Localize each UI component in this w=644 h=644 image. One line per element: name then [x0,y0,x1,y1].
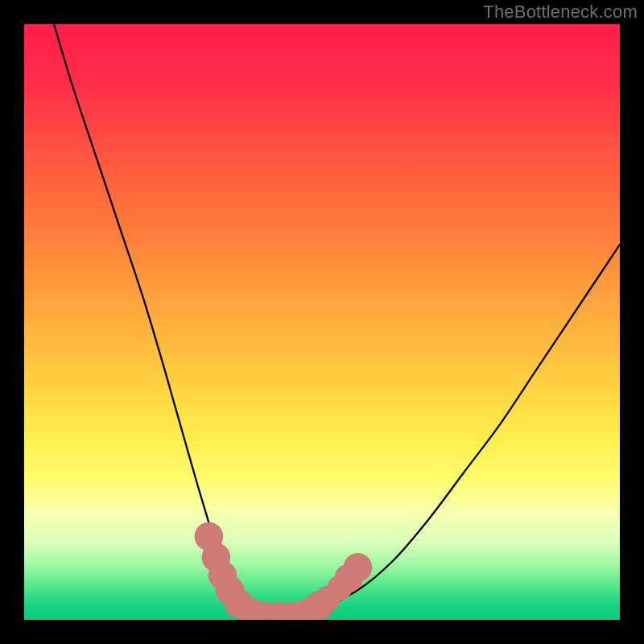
plot-area [24,24,620,620]
bottleneck-curve [54,24,620,617]
curve-marker [344,553,373,582]
chart-svg [24,24,620,620]
curve-markers [195,522,373,620]
outer-frame: TheBottleneck.com [0,0,644,644]
watermark-text: TheBottleneck.com [483,2,638,23]
